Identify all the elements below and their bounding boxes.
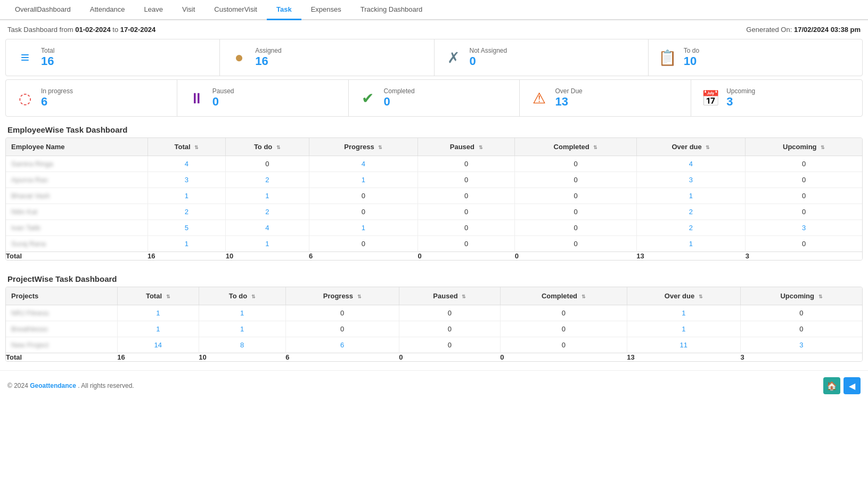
header-prefix: Task Dashboard from bbox=[7, 26, 75, 34]
table-row: Breathlesso1100010 bbox=[6, 321, 862, 337]
stat-card-upcoming: 📅 Upcoming 3 bbox=[691, 80, 862, 116]
nav-tab-tracking-dashboard[interactable]: Tracking Dashboard bbox=[351, 0, 432, 20]
stat-card-paused: ⏸ Paused 0 bbox=[177, 80, 349, 116]
table-row: Samira Ringa4040040 bbox=[6, 156, 862, 172]
nav-tabs: OverallDashboardAttendanceLeaveVisitCust… bbox=[0, 0, 868, 20]
total-row: Total1610600133 bbox=[6, 353, 862, 362]
icon-total: ≡ bbox=[15, 49, 35, 66]
cell-link[interactable]: 4 bbox=[185, 160, 189, 168]
cell-link[interactable]: 1 bbox=[362, 224, 365, 232]
cell-link[interactable]: 1 bbox=[240, 325, 244, 333]
table-row: NRJ Fitness1100010 bbox=[6, 305, 862, 321]
stat-card-completed: ✔ Completed 0 bbox=[349, 80, 520, 116]
cell-link[interactable]: 1 bbox=[682, 325, 685, 333]
cell-link[interactable]: 6 bbox=[340, 341, 344, 349]
cell-link[interactable]: 8 bbox=[240, 341, 244, 349]
cell-link[interactable]: 1 bbox=[265, 192, 269, 200]
cell-link[interactable]: 3 bbox=[185, 176, 189, 184]
table-row: Nitin Kat2200020 bbox=[6, 204, 862, 220]
stat-card-over-due: ⚠ Over Due 13 bbox=[520, 80, 691, 116]
col-header-total[interactable]: Total ⇅ bbox=[117, 287, 199, 305]
col-header-employee-name[interactable]: Employee Name bbox=[6, 138, 148, 156]
table-row: Apurva Rao3210030 bbox=[6, 172, 862, 188]
sort-icon: ⇅ bbox=[479, 145, 483, 150]
cell-link[interactable]: 2 bbox=[265, 208, 269, 216]
cell-link[interactable]: 3 bbox=[799, 341, 803, 349]
cell-link[interactable]: 1 bbox=[362, 176, 365, 184]
sort-icon: ⇅ bbox=[582, 294, 586, 299]
sort-icon: ⇅ bbox=[593, 145, 597, 150]
cell-link[interactable]: 1 bbox=[689, 192, 693, 200]
col-header-upcoming[interactable]: Upcoming ⇅ bbox=[740, 287, 862, 305]
sort-icon: ⇅ bbox=[821, 145, 825, 150]
icon-assigned: ● bbox=[230, 49, 249, 66]
cell-link[interactable]: 2 bbox=[689, 208, 693, 216]
nav-tab-customervisit[interactable]: CustomerVisit bbox=[204, 0, 267, 20]
cell-link[interactable]: 1 bbox=[185, 240, 189, 248]
col-header-total[interactable]: Total ⇅ bbox=[148, 138, 226, 156]
nav-tab-task[interactable]: Task bbox=[267, 0, 301, 20]
cell-link[interactable]: 2 bbox=[185, 208, 189, 216]
cell-link[interactable]: 2 bbox=[689, 224, 693, 232]
cell-link[interactable]: 1 bbox=[689, 240, 693, 248]
cell-link[interactable]: 5 bbox=[185, 224, 189, 232]
stat-info: Completed 0 bbox=[384, 87, 415, 109]
col-header-over-due[interactable]: Over due ⇅ bbox=[627, 287, 740, 305]
header-to: to bbox=[112, 26, 120, 34]
icon-overdue: ⚠ bbox=[529, 90, 548, 107]
project-table-wrap: ProjectsTotal ⇅To do ⇅Progress ⇅Paused ⇅… bbox=[5, 287, 863, 362]
home-button[interactable]: 🏠 bbox=[823, 377, 840, 394]
back-button[interactable]: ◀ bbox=[844, 377, 861, 394]
cell-link[interactable]: 3 bbox=[802, 224, 806, 232]
cell-link[interactable]: 1 bbox=[156, 325, 160, 333]
cell-link[interactable]: 4 bbox=[362, 160, 365, 168]
header-date-from: 01-02-2024 bbox=[75, 26, 111, 34]
table-row: Suraj Rana1100010 bbox=[6, 236, 862, 252]
col-header-upcoming[interactable]: Upcoming ⇅ bbox=[746, 138, 862, 156]
stat-card-to-do: 📋 To do 10 bbox=[649, 39, 862, 76]
col-header-completed[interactable]: Completed ⇅ bbox=[515, 138, 636, 156]
col-header-progress[interactable]: Progress ⇅ bbox=[285, 287, 399, 305]
col-header-paused[interactable]: Paused ⇅ bbox=[399, 287, 500, 305]
stat-cards-row2: ◌ In progress 6 ⏸ Paused 0 ✔ Completed 0 bbox=[5, 79, 863, 117]
nav-tab-leave[interactable]: Leave bbox=[135, 0, 173, 20]
col-header-projects[interactable]: Projects bbox=[6, 287, 117, 305]
nav-tab-attendance[interactable]: Attendance bbox=[80, 0, 135, 20]
table-row: Ivan Talib5410023 bbox=[6, 220, 862, 236]
employee-table-wrap: Employee NameTotal ⇅To do ⇅Progress ⇅Pau… bbox=[5, 137, 863, 261]
cell-link[interactable]: 14 bbox=[154, 341, 162, 349]
col-header-completed[interactable]: Completed ⇅ bbox=[500, 287, 627, 305]
cell-link[interactable]: 1 bbox=[185, 192, 189, 200]
footer-copyright: © 2024 bbox=[7, 382, 30, 389]
col-header-to-do[interactable]: To do ⇅ bbox=[226, 138, 309, 156]
stat-card-in-progress: ◌ In progress 6 bbox=[6, 80, 177, 116]
nav-tab-expenses[interactable]: Expenses bbox=[301, 0, 351, 20]
sort-icon: ⇅ bbox=[378, 145, 382, 150]
cell-link[interactable]: 11 bbox=[680, 341, 687, 349]
col-header-paused[interactable]: Paused ⇅ bbox=[418, 138, 515, 156]
header-info: Task Dashboard from 01-02-2024 to 17-02-… bbox=[0, 20, 868, 39]
col-header-progress[interactable]: Progress ⇅ bbox=[309, 138, 418, 156]
cell-link[interactable]: 4 bbox=[689, 160, 693, 168]
stat-info: Total 16 bbox=[41, 47, 54, 68]
cell-link[interactable]: 4 bbox=[265, 224, 269, 232]
generated-prefix: Generated On: bbox=[746, 26, 794, 34]
cell-link[interactable]: 1 bbox=[240, 309, 244, 317]
cell-link[interactable]: 1 bbox=[156, 309, 160, 317]
col-header-over-due[interactable]: Over due ⇅ bbox=[636, 138, 746, 156]
footer-suffix: . All rights reserved. bbox=[78, 382, 134, 389]
icon-upcoming: 📅 bbox=[701, 90, 720, 107]
stat-info: In progress 6 bbox=[41, 87, 73, 109]
col-header-to-do[interactable]: To do ⇅ bbox=[199, 287, 285, 305]
sort-icon: ⇅ bbox=[276, 145, 281, 150]
cell-link[interactable]: 2 bbox=[265, 176, 269, 184]
header-date-to: 17-02-2024 bbox=[120, 26, 156, 34]
stat-card-not-assigned: ✗ Not Assigned 0 bbox=[435, 39, 649, 76]
cell-link[interactable]: 1 bbox=[682, 309, 685, 317]
nav-tab-overalldashboard[interactable]: OverallDashboard bbox=[5, 0, 80, 20]
nav-tab-visit[interactable]: Visit bbox=[173, 0, 204, 20]
cell-link[interactable]: 3 bbox=[689, 176, 693, 184]
footer: © 2024 Geoattendance . All rights reserv… bbox=[0, 370, 868, 401]
cell-link[interactable]: 1 bbox=[265, 240, 269, 248]
footer-brand[interactable]: Geoattendance bbox=[30, 382, 76, 389]
